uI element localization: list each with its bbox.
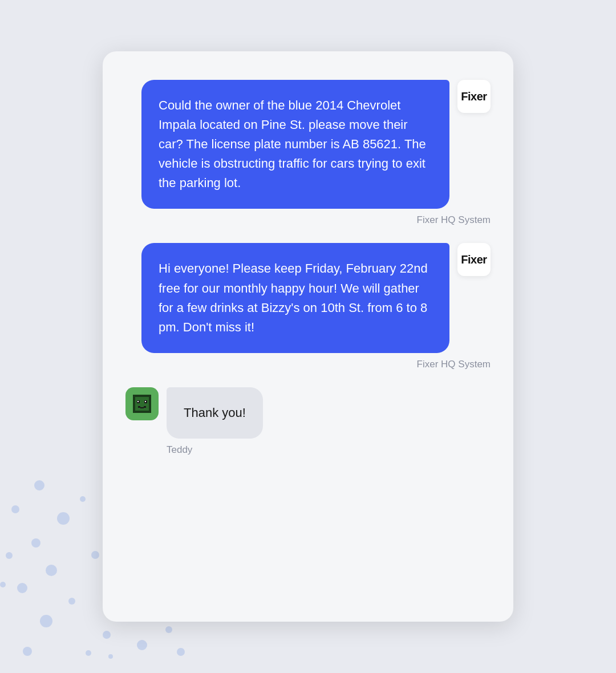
chat-window: Could the owner of the blue 2014 Chevrol… (103, 51, 513, 622)
bubble-text-1: Could the owner of the blue 2014 Chevrol… (159, 98, 426, 190)
bubble-3: Thank you! (167, 387, 263, 439)
sender-label-2: Fixer HQ System (417, 359, 491, 370)
fixer-logo-1: Fixer (457, 80, 491, 113)
fixer-logo-2: Fixer (457, 243, 491, 276)
fixer-logo-text-1: Fixer (461, 90, 487, 103)
svg-rect-6 (138, 406, 140, 408)
svg-rect-1 (135, 397, 149, 411)
fixer-logo-text-2: Fixer (461, 253, 487, 266)
teddy-avatar (125, 387, 159, 420)
svg-rect-7 (144, 406, 146, 408)
bubble-2: Hi everyone! Please keep Friday, Februar… (141, 243, 449, 352)
bubble-text-2: Hi everyone! Please keep Friday, Februar… (159, 261, 428, 334)
svg-rect-4 (137, 401, 139, 402)
message-row-2: Hi everyone! Please keep Friday, Februar… (141, 243, 491, 352)
message-group-2: Hi everyone! Please keep Friday, Februar… (125, 243, 491, 370)
sender-label-3: Teddy (125, 444, 194, 456)
message-row-1: Could the owner of the blue 2014 Chevrol… (141, 80, 491, 209)
svg-rect-8 (140, 407, 144, 408)
bubble-1: Could the owner of the blue 2014 Chevrol… (141, 80, 449, 209)
sender-label-1: Fixer HQ System (417, 214, 491, 226)
svg-rect-5 (145, 401, 146, 402)
message-group-1: Could the owner of the blue 2014 Chevrol… (125, 80, 491, 226)
message-row-3: Thank you! (125, 387, 263, 439)
bubble-text-3: Thank you! (184, 406, 246, 420)
pixel-face-icon (132, 394, 152, 414)
message-group-3: Thank you! Teddy (125, 387, 491, 456)
